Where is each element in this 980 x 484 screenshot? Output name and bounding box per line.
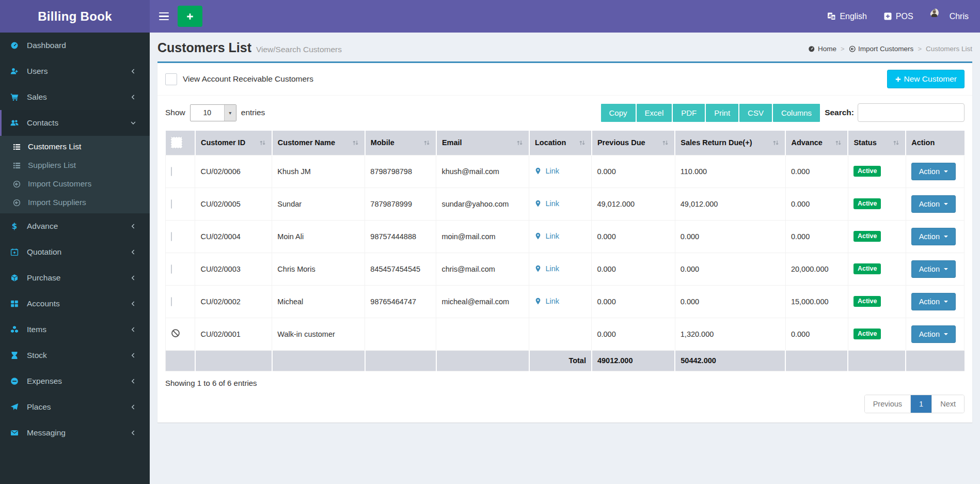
row-checkbox[interactable] (171, 167, 172, 176)
sidebar-item-expenses[interactable]: Expenses (0, 368, 150, 394)
search-input[interactable] (858, 103, 965, 122)
sidebar-item-advance[interactable]: $Advance (0, 213, 150, 239)
caret-down-icon (944, 268, 948, 270)
user-plus-icon (10, 67, 22, 75)
location-link[interactable]: Link (534, 199, 559, 208)
sidebar-subitem-suppliers-list[interactable]: Suppliers List (0, 156, 150, 175)
sidebar-subitem-import-suppliers[interactable]: Import Suppliers (0, 193, 150, 212)
table-footer: Showing 1 to 6 of 6 entries Previous 1 N… (157, 371, 972, 417)
location-link[interactable]: Link (534, 297, 559, 305)
column-header-email[interactable]: Email (436, 131, 529, 155)
cell-name: Khush JM (272, 155, 365, 188)
location-link[interactable]: Link (534, 264, 559, 273)
sidebar-item-sales[interactable]: Sales (0, 84, 150, 110)
chevron-left-icon (130, 249, 136, 255)
column-header-mobile[interactable]: Mobile (365, 131, 436, 155)
language-menu[interactable]: Aa English (827, 12, 866, 21)
pagination-page-1-button[interactable]: 1 (910, 395, 931, 413)
plus-icon (895, 76, 902, 83)
quick-add-button[interactable] (178, 6, 202, 27)
print-button[interactable]: Print (706, 104, 738, 122)
new-customer-label: New Customer (904, 74, 957, 84)
column-header-customer-name[interactable]: Customer Name (272, 131, 365, 155)
sidebar-item-dashboard[interactable]: Dashboard (0, 33, 150, 58)
action-button[interactable]: Action (911, 325, 956, 343)
breadcrumb-separator: > (918, 45, 922, 53)
customers-table: Customer IDCustomer NameMobileEmailLocat… (165, 131, 965, 371)
sidebar-item-label: Advance (27, 222, 58, 231)
sidebar-item-messaging[interactable]: Messaging (0, 420, 150, 446)
columns-button[interactable]: Columns (773, 104, 820, 122)
sidebar-subitem-import-customers[interactable]: Import Customers (0, 175, 150, 193)
sidebar-item-purchase[interactable]: Purchase (0, 265, 150, 291)
action-button[interactable]: Action (911, 260, 956, 278)
action-button[interactable]: Action (911, 293, 956, 310)
page-length-select[interactable]: 10 ▾ (190, 104, 236, 121)
row-checkbox[interactable] (171, 232, 172, 241)
action-button[interactable]: Action (911, 228, 956, 245)
breadcrumb-item-home[interactable]: Home (808, 45, 836, 53)
sidebar-item-quotation[interactable]: Quotation (0, 239, 150, 265)
caret-down-icon (944, 333, 948, 335)
cell-sales-return-due: 110.000 (675, 155, 785, 188)
sidebar-item-stock[interactable]: Stock (0, 342, 150, 368)
table-row: CU/02/0002Micheal98765464747micheal@emai… (166, 285, 965, 318)
user-menu[interactable]: Chris (930, 8, 969, 24)
sidebar-subitem-customers-list[interactable]: Customers List (0, 137, 150, 156)
column-header-label: Status (853, 138, 876, 147)
sidebar-item-items[interactable]: Items (0, 317, 150, 342)
action-button[interactable]: Action (911, 163, 956, 180)
location-link[interactable]: Link (534, 232, 559, 240)
action-button[interactable]: Action (911, 195, 956, 213)
app-logo[interactable]: Billing Book (0, 0, 150, 33)
sidebar-item-users[interactable]: Users (0, 58, 150, 84)
sidebar-item-label: Contacts (27, 118, 58, 128)
receivable-checkbox[interactable] (165, 73, 177, 85)
column-header-previous-due[interactable]: Previous Due (592, 131, 675, 155)
arrow-circle-left-icon (849, 45, 856, 53)
envelope-icon (10, 429, 22, 437)
column-header-sales-return-due[interactable]: Sales Return Due(+) (675, 131, 785, 155)
paper-plane-icon (10, 403, 22, 411)
chevron-left-icon (130, 378, 136, 384)
column-header-customer-id[interactable]: Customer ID (195, 131, 272, 155)
row-checkbox[interactable] (171, 297, 172, 306)
select-all-checkbox[interactable] (171, 137, 182, 148)
breadcrumb-item-import-customers[interactable]: Import Customers (849, 45, 914, 53)
search-label: Search: (825, 108, 854, 117)
export-buttons: CopyExcelPDFPrintCSVColumns (601, 104, 820, 122)
sidebar-item-accounts[interactable]: Accounts (0, 291, 150, 317)
row-checkbox[interactable] (171, 264, 172, 274)
new-customer-button[interactable]: New Customer (887, 70, 965, 88)
receivable-filter: View Account Receivable Customers (165, 73, 313, 85)
breadcrumb-separator: > (841, 45, 845, 53)
pos-button[interactable]: POS (883, 12, 913, 21)
sidebar-toggle-button[interactable] (150, 0, 178, 33)
status-badge: Active (853, 296, 881, 307)
excel-button[interactable]: Excel (637, 104, 672, 122)
map-marker-icon (534, 232, 542, 240)
column-header-advance[interactable]: Advance (785, 131, 848, 155)
svg-text:$: $ (12, 222, 17, 230)
status-badge: Active (853, 263, 881, 274)
sidebar-item-places[interactable]: Places (0, 394, 150, 420)
column-header-location[interactable]: Location (529, 131, 592, 155)
cell-previous-due: 0.000 (592, 220, 675, 253)
language-label: English (840, 12, 866, 21)
pagination-previous-button[interactable]: Previous (865, 395, 910, 413)
page-length-value: 10 (191, 105, 224, 121)
export-search-controls: CopyExcelPDFPrintCSVColumns Search: (601, 103, 965, 122)
sidebar-item-contacts[interactable]: Contacts (0, 110, 150, 136)
csv-button[interactable]: CSV (739, 104, 772, 122)
column-header-status[interactable]: Status (848, 131, 906, 155)
cell-location: Link (529, 188, 592, 220)
breadcrumb-label: Import Customers (858, 45, 913, 53)
location-link[interactable]: Link (534, 167, 559, 175)
row-checkbox[interactable] (171, 199, 172, 209)
copy-button[interactable]: Copy (601, 104, 636, 122)
status-badge: Active (853, 231, 881, 242)
pagination-next-button[interactable]: Next (931, 395, 964, 413)
cell-action: Action (906, 220, 964, 253)
cell-name: Micheal (272, 285, 365, 318)
pdf-button[interactable]: PDF (673, 104, 705, 122)
